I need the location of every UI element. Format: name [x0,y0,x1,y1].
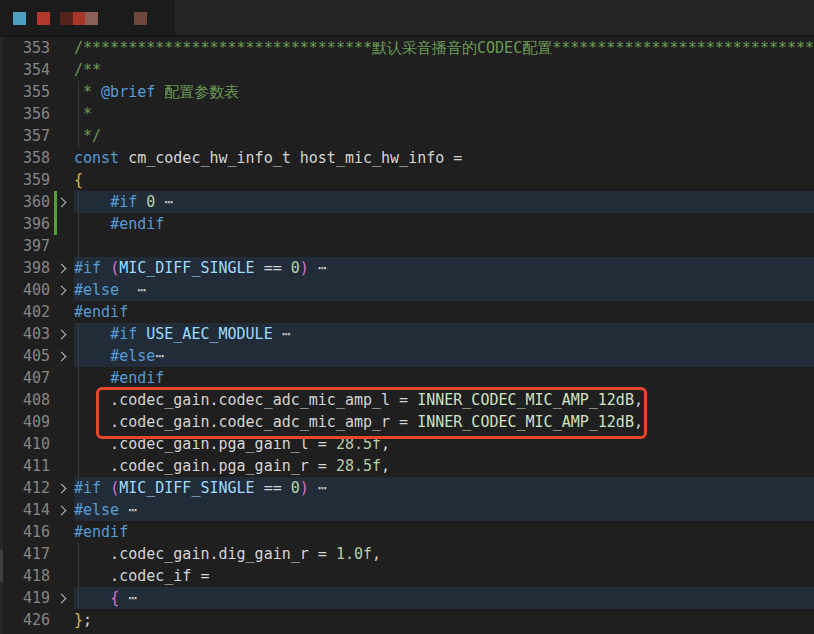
code-token: #else [110,347,155,365]
gutter[interactable]: 407 [0,367,74,389]
code-token: INNER_CODEC_MIC_AMP_12dB [417,413,634,431]
code-token: #endif [110,369,164,387]
fold-chevron-icon[interactable] [57,352,67,362]
gutter[interactable]: 402 [0,301,74,323]
line-number: 410 [23,433,50,455]
line-number: 419 [23,587,50,609]
line-number: 357 [23,125,50,147]
tab-icon-teal[interactable] [13,12,26,25]
gutter[interactable]: 396 [0,213,74,235]
gutter[interactable]: 360 [0,191,74,213]
gutter[interactable]: 397 [0,235,74,257]
code-token: , [372,545,381,563]
gutter[interactable]: 417 [0,543,74,565]
gutter[interactable]: 412 [0,477,74,499]
code-content[interactable]: const cm_codec_hw_info_t host_mic_hw_inf… [74,147,814,169]
fold-chevron-icon[interactable] [57,330,67,340]
code-token: @brief [101,83,155,101]
gutter[interactable]: 357 [0,125,74,147]
code-content[interactable]: }; [74,609,814,631]
code-token: { [74,171,83,189]
folded-code-ellipsis[interactable]: ⋯ [309,479,327,497]
code-content[interactable]: /** [74,59,814,81]
code-content[interactable]: * [74,103,814,125]
code-token [74,589,110,607]
gutter[interactable]: 398 [0,257,74,279]
code-token: .codec_gain.pga_gain_l = [74,435,336,453]
code-content[interactable]: .codec_gain.pga_gain_r = 28.5f, [74,455,814,477]
gutter[interactable]: 358 [0,147,74,169]
tab-icon-red[interactable] [37,12,50,25]
code-token: .codec_gain.codec_adc_mic_amp_l = [74,391,417,409]
gutter[interactable]: 405 [0,345,74,367]
code-content[interactable]: #else ⋯ [74,499,814,521]
code-token: #else [74,281,119,299]
gutter[interactable]: 414 [0,499,74,521]
code-content[interactable]: #else ⋯ [74,279,814,301]
folded-code-ellipsis[interactable]: ⋯ [155,347,164,365]
code-content[interactable]: { [74,169,814,191]
code-token: ) [300,259,309,277]
code-token: ) [300,479,309,497]
code-content[interactable]: .codec_gain.dig_gain_r = 1.0f, [74,543,814,565]
gutter[interactable]: 355 [0,81,74,103]
gutter[interactable]: 409 [0,411,74,433]
tab-icon-darkred[interactable] [60,12,73,25]
folded-code-ellipsis[interactable]: ⋯ [119,281,146,299]
code-content[interactable]: #else⋯ [74,345,814,367]
code-content[interactable]: .codec_gain.codec_adc_mic_amp_r = INNER_… [74,411,814,433]
tab-icon-mauve[interactable] [85,12,98,25]
code-content[interactable]: #endif [74,367,814,389]
code-token: , [381,457,390,475]
code-content[interactable] [74,235,814,257]
folded-code-ellipsis[interactable]: ⋯ [309,259,327,277]
code-token: { [110,589,119,607]
line-number: 409 [23,411,50,433]
code-content[interactable]: * @brief 配置参数表 [74,81,814,103]
fold-chevron-icon[interactable] [57,286,67,296]
gutter[interactable]: 359 [0,169,74,191]
fold-chevron-icon[interactable] [57,594,67,604]
code-token: 0 [291,259,300,277]
folded-code-ellipsis[interactable]: ⋯ [119,589,137,607]
fold-chevron-icon[interactable] [57,198,67,208]
code-content[interactable]: #endif [74,521,814,543]
code-content[interactable]: #if 0 ⋯ [74,191,814,213]
tab-icon-brown[interactable] [134,12,147,25]
gutter[interactable]: 419 [0,587,74,609]
gutter[interactable]: 400 [0,279,74,301]
code-content[interactable]: #endif [74,301,814,323]
fold-chevron-icon[interactable] [57,484,67,494]
gutter[interactable]: 354 [0,59,74,81]
code-editor[interactable]: 353/********************************默认采音… [0,37,814,634]
code-content[interactable]: #if (MIC_DIFF_SINGLE == 0) ⋯ [74,477,814,499]
folded-code-ellipsis[interactable]: ⋯ [119,501,137,519]
code-content[interactable]: #endif [74,213,814,235]
fold-chevron-icon[interactable] [57,264,67,274]
code-content[interactable]: .codec_gain.pga_gain_l = 28.5f, [74,433,814,455]
gutter[interactable]: 403 [0,323,74,345]
code-content[interactable]: .codec_gain.codec_adc_mic_amp_l = INNER_… [74,389,814,411]
code-content[interactable]: */ [74,125,814,147]
folded-code-ellipsis[interactable]: ⋯ [273,325,291,343]
gutter[interactable]: 416 [0,521,74,543]
gutter[interactable]: 356 [0,103,74,125]
gutter[interactable]: 411 [0,455,74,477]
gutter[interactable]: 353 [0,37,74,59]
code-content[interactable]: { ⋯ [74,587,814,609]
code-line-355: 355 * @brief 配置参数表 [0,81,814,103]
gutter[interactable]: 426 [0,609,74,631]
fold-chevron-icon[interactable] [57,506,67,516]
gutter[interactable]: 410 [0,433,74,455]
code-token [74,215,110,233]
gutter[interactable]: 408 [0,389,74,411]
gutter[interactable]: 418 [0,565,74,587]
code-lines-container: 353/********************************默认采音… [0,37,814,631]
code-line-356: 356 * [0,103,814,125]
folded-code-ellipsis[interactable]: ⋯ [155,193,173,211]
code-token: 配置参数表 [155,83,239,101]
code-content[interactable]: #if (MIC_DIFF_SINGLE == 0) ⋯ [74,257,814,279]
code-content[interactable]: .codec_if = [74,565,814,587]
code-content[interactable]: /********************************默认采音播音的… [74,37,814,59]
code-content[interactable]: #if USE_AEC_MODULE ⋯ [74,323,814,345]
